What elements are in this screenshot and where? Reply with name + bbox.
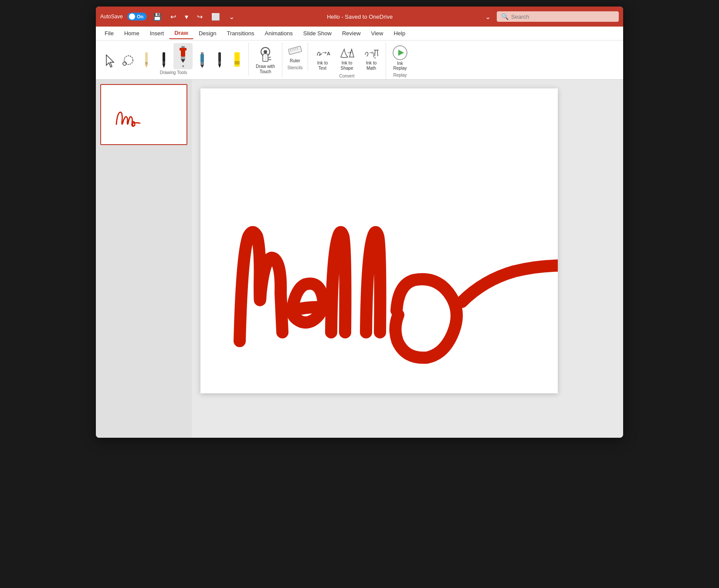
toggle-circle [129, 14, 135, 20]
svg-rect-23 [234, 61, 240, 64]
menu-review[interactable]: Review [337, 28, 366, 39]
svg-rect-10 [181, 48, 185, 57]
ink-to-math-label: Ink toMath [366, 61, 376, 71]
search-bar: 🔍 [497, 11, 619, 22]
menu-home[interactable]: Home [119, 28, 145, 39]
drawing-tools-label: Drawing Tools [160, 70, 187, 75]
svg-rect-16 [200, 54, 204, 63]
ink-replay-label: InkReplay [393, 61, 407, 71]
svg-marker-21 [218, 64, 221, 68]
svg-rect-11 [180, 48, 181, 51]
ruler-button[interactable]: Ruler [286, 43, 304, 64]
menu-draw[interactable]: Draw [169, 27, 193, 39]
svg-point-1 [124, 56, 133, 64]
svg-rect-20 [218, 62, 221, 64]
menu-help[interactable]: Help [388, 28, 410, 39]
menu-design[interactable]: Design [193, 28, 221, 39]
search-input[interactable] [511, 14, 607, 20]
svg-rect-13 [181, 57, 185, 59]
touch-icon [256, 45, 275, 64]
ink-to-text-button[interactable]: A Ink toText [312, 43, 333, 73]
ink-to-text-label: Ink toText [317, 61, 328, 71]
svg-rect-28 [288, 46, 302, 55]
main-slide[interactable] [200, 88, 558, 393]
undo-dropdown[interactable]: ▾ [182, 11, 191, 23]
drawing-tools-group: ▾ [98, 42, 249, 76]
replay-group: InkReplay Replay [386, 42, 414, 78]
svg-marker-18 [200, 65, 204, 68]
pen-black-tool[interactable] [156, 50, 172, 69]
menu-slideshow[interactable]: Slide Show [298, 28, 337, 39]
svg-marker-0 [106, 55, 114, 67]
stencils-label: Stencils [287, 65, 302, 70]
cursor-tool[interactable] [102, 53, 119, 69]
slide-thumbnail[interactable] [100, 84, 187, 145]
draw-with-touch-button[interactable]: Draw withTouch [252, 43, 278, 76]
redo-button[interactable]: ↪ [194, 11, 205, 23]
present-button[interactable]: ⬜ [209, 11, 223, 23]
convert-label: Convert [339, 74, 354, 78]
save-button[interactable]: 💾 [150, 11, 164, 23]
pen-black2-tool[interactable] [212, 50, 227, 69]
pen-cream-icon [142, 51, 150, 68]
pen-cream-tool[interactable] [139, 50, 154, 69]
svg-rect-15 [201, 52, 203, 54]
ink-replay-button[interactable]: InkReplay [390, 43, 410, 72]
ink-to-math-button[interactable]: n Ink toMath [360, 43, 382, 73]
autosave-toggle[interactable]: On [127, 13, 147, 20]
undo-button[interactable]: ↩ [168, 11, 179, 23]
title-bar: AutoSave On 💾 ↩ ▾ ↪ ⬜ ⌄ Hello - Saved to… [96, 7, 623, 27]
autosave-state: On [137, 14, 143, 19]
pen-blue-tool[interactable] [194, 50, 210, 69]
draw-with-touch-label: Draw withTouch [256, 64, 275, 74]
highlighter-yellow-tool[interactable] [229, 50, 245, 69]
ink-to-shape-icon [339, 45, 355, 61]
slides-panel[interactable]: 1 [96, 80, 192, 438]
main-slide-svg [200, 88, 558, 393]
ink-to-text-icon: A [315, 45, 330, 61]
pen-red-tool[interactable] [175, 44, 191, 64]
menu-view[interactable]: View [366, 28, 389, 39]
svg-line-43 [375, 50, 375, 56]
menu-insert[interactable]: Insert [145, 28, 170, 39]
autosave-label: AutoSave [100, 14, 123, 20]
replay-label: Replay [393, 73, 407, 78]
doc-title: Hello - Saved to OneDrive [241, 14, 479, 20]
svg-rect-4 [145, 62, 148, 64]
svg-marker-8 [163, 64, 165, 68]
pen-blue-icon [198, 51, 206, 68]
lasso-icon [122, 54, 135, 68]
slide-thumb-container: 1 [100, 84, 187, 145]
svg-rect-6 [163, 52, 165, 62]
svg-rect-22 [234, 52, 240, 61]
pen-red-icon [178, 45, 188, 63]
svg-marker-14 [181, 59, 185, 63]
svg-text:A: A [327, 51, 330, 56]
cursor-icon [104, 54, 116, 68]
ribbon: ▾ [96, 41, 623, 80]
lasso-tool[interactable] [120, 53, 137, 69]
more-button[interactable]: ⌄ [226, 11, 237, 23]
highlighter-yellow-icon [232, 51, 242, 68]
slide-preview-svg [105, 88, 183, 141]
menu-bar: File Home Insert Draw Design Transitions… [96, 27, 623, 41]
menu-animations[interactable]: Animations [260, 28, 298, 39]
svg-rect-7 [163, 62, 165, 64]
menu-file[interactable]: File [99, 28, 119, 39]
ink-to-shape-button[interactable]: Ink toShape [336, 43, 358, 73]
title-dropdown[interactable]: ⌄ [482, 11, 493, 23]
ink-to-shape-label: Ink toShape [341, 61, 353, 71]
svg-point-27 [264, 50, 267, 54]
slide-area [192, 80, 623, 438]
menu-transitions[interactable]: Transitions [221, 28, 259, 39]
pen-red-dropdown[interactable]: ▾ [182, 64, 184, 68]
svg-marker-48 [398, 50, 404, 56]
svg-rect-9 [181, 46, 185, 48]
pen-black2-icon [216, 51, 224, 68]
search-icon: 🔍 [501, 13, 509, 20]
convert-group: A Ink toText Ink toShape [308, 42, 386, 79]
svg-marker-5 [145, 64, 148, 68]
stencils-group: Ruler Stencils [282, 42, 308, 71]
ruler-icon [288, 44, 302, 58]
svg-marker-41 [372, 51, 373, 54]
